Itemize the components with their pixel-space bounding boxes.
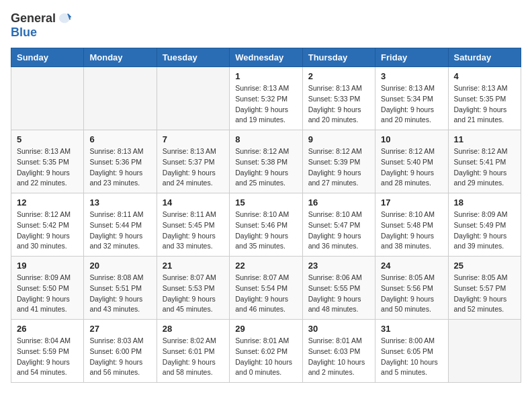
- calendar-day-cell: 2Sunrise: 8:13 AMSunset: 5:33 PMDaylight…: [302, 67, 375, 130]
- day-number: 1: [235, 71, 296, 81]
- calendar-day-cell: 18Sunrise: 8:09 AMSunset: 5:49 PMDayligh…: [448, 193, 521, 257]
- day-info: Sunrise: 8:13 AMSunset: 5:37 PMDaylight:…: [163, 146, 224, 189]
- calendar-week-row: 1Sunrise: 8:13 AMSunset: 5:32 PMDaylight…: [11, 67, 521, 130]
- day-number: 8: [235, 134, 296, 144]
- day-number: 11: [454, 134, 515, 144]
- page-header: General Blue: [11, 11, 521, 40]
- day-number: 12: [17, 197, 78, 208]
- day-number: 27: [89, 324, 150, 334]
- day-number: 13: [89, 197, 150, 208]
- day-number: 24: [381, 261, 442, 271]
- day-info: Sunrise: 8:01 AMSunset: 6:03 PMDaylight:…: [308, 336, 369, 378]
- calendar-day-cell: 23Sunrise: 8:06 AMSunset: 5:55 PMDayligh…: [302, 257, 375, 320]
- day-of-week-header: Monday: [84, 48, 157, 67]
- day-number: 19: [17, 261, 78, 271]
- day-info: Sunrise: 8:13 AMSunset: 5:33 PMDaylight:…: [308, 83, 369, 126]
- day-info: Sunrise: 8:11 AMSunset: 5:44 PMDaylight:…: [89, 210, 150, 252]
- day-info: Sunrise: 8:10 AMSunset: 5:48 PMDaylight:…: [381, 210, 442, 252]
- calendar-day-cell: 12Sunrise: 8:12 AMSunset: 5:42 PMDayligh…: [11, 193, 84, 257]
- calendar-day-cell: [84, 67, 157, 130]
- calendar-week-row: 5Sunrise: 8:13 AMSunset: 5:35 PMDaylight…: [11, 130, 521, 193]
- day-info: Sunrise: 8:10 AMSunset: 5:46 PMDaylight:…: [235, 210, 296, 252]
- logo-general-text: General: [11, 11, 56, 26]
- day-info: Sunrise: 8:10 AMSunset: 5:47 PMDaylight:…: [308, 210, 369, 252]
- calendar-day-cell: 27Sunrise: 8:03 AMSunset: 6:00 PMDayligh…: [84, 320, 157, 383]
- calendar-day-cell: 9Sunrise: 8:12 AMSunset: 5:39 PMDaylight…: [302, 130, 375, 193]
- day-number: 5: [17, 134, 78, 144]
- day-number: 14: [163, 197, 224, 208]
- logo: General Blue: [11, 11, 73, 40]
- day-number: 3: [381, 71, 442, 81]
- calendar-day-cell: 6Sunrise: 8:13 AMSunset: 5:36 PMDaylight…: [84, 130, 157, 193]
- day-info: Sunrise: 8:13 AMSunset: 5:32 PMDaylight:…: [235, 83, 296, 126]
- calendar-day-cell: 13Sunrise: 8:11 AMSunset: 5:44 PMDayligh…: [84, 193, 157, 257]
- day-number: 25: [454, 261, 515, 271]
- calendar-day-cell: [448, 320, 521, 383]
- day-info: Sunrise: 8:11 AMSunset: 5:45 PMDaylight:…: [163, 210, 224, 252]
- calendar-day-cell: 7Sunrise: 8:13 AMSunset: 5:37 PMDaylight…: [157, 130, 229, 193]
- day-info: Sunrise: 8:12 AMSunset: 5:39 PMDaylight:…: [308, 146, 369, 189]
- calendar-day-cell: 17Sunrise: 8:10 AMSunset: 5:48 PMDayligh…: [375, 193, 448, 257]
- day-info: Sunrise: 8:00 AMSunset: 6:05 PMDaylight:…: [381, 336, 442, 378]
- day-number: 29: [235, 324, 296, 334]
- day-number: 20: [89, 261, 150, 271]
- day-number: 30: [308, 324, 369, 334]
- calendar-day-cell: 30Sunrise: 8:01 AMSunset: 6:03 PMDayligh…: [302, 320, 375, 383]
- day-number: 15: [235, 197, 296, 208]
- day-of-week-header: Thursday: [302, 48, 375, 67]
- calendar-header-row: SundayMondayTuesdayWednesdayThursdayFrid…: [11, 48, 521, 67]
- calendar-day-cell: 16Sunrise: 8:10 AMSunset: 5:47 PMDayligh…: [302, 193, 375, 257]
- day-info: Sunrise: 8:06 AMSunset: 5:55 PMDaylight:…: [308, 273, 369, 315]
- day-info: Sunrise: 8:02 AMSunset: 6:01 PMDaylight:…: [163, 336, 224, 378]
- day-number: 17: [381, 197, 442, 208]
- calendar-day-cell: 8Sunrise: 8:12 AMSunset: 5:38 PMDaylight…: [230, 130, 302, 193]
- day-info: Sunrise: 8:13 AMSunset: 5:34 PMDaylight:…: [381, 83, 442, 126]
- logo-blue-text: Blue: [11, 26, 37, 40]
- calendar-week-row: 12Sunrise: 8:12 AMSunset: 5:42 PMDayligh…: [11, 193, 521, 257]
- calendar-day-cell: 10Sunrise: 8:12 AMSunset: 5:40 PMDayligh…: [375, 130, 448, 193]
- day-of-week-header: Tuesday: [157, 48, 229, 67]
- day-number: 28: [163, 324, 224, 334]
- day-info: Sunrise: 8:09 AMSunset: 5:50 PMDaylight:…: [17, 273, 78, 315]
- calendar-day-cell: 26Sunrise: 8:04 AMSunset: 5:59 PMDayligh…: [11, 320, 84, 383]
- day-number: 10: [381, 134, 442, 144]
- day-info: Sunrise: 8:05 AMSunset: 5:57 PMDaylight:…: [454, 273, 515, 315]
- day-info: Sunrise: 8:12 AMSunset: 5:42 PMDaylight:…: [17, 210, 78, 252]
- day-of-week-header: Sunday: [11, 48, 84, 67]
- day-info: Sunrise: 8:13 AMSunset: 5:36 PMDaylight:…: [89, 146, 150, 189]
- day-number: 22: [235, 261, 296, 271]
- day-info: Sunrise: 8:13 AMSunset: 5:35 PMDaylight:…: [454, 83, 515, 126]
- day-info: Sunrise: 8:07 AMSunset: 5:53 PMDaylight:…: [163, 273, 224, 315]
- logo-icon: [57, 11, 72, 26]
- calendar-day-cell: [157, 67, 229, 130]
- calendar-day-cell: 14Sunrise: 8:11 AMSunset: 5:45 PMDayligh…: [157, 193, 229, 257]
- calendar-day-cell: 25Sunrise: 8:05 AMSunset: 5:57 PMDayligh…: [448, 257, 521, 320]
- calendar-day-cell: 31Sunrise: 8:00 AMSunset: 6:05 PMDayligh…: [375, 320, 448, 383]
- day-number: 18: [454, 197, 515, 208]
- day-of-week-header: Wednesday: [230, 48, 302, 67]
- calendar-day-cell: [11, 67, 84, 130]
- calendar-day-cell: 22Sunrise: 8:07 AMSunset: 5:54 PMDayligh…: [230, 257, 302, 320]
- day-info: Sunrise: 8:13 AMSunset: 5:35 PMDaylight:…: [17, 146, 78, 189]
- calendar-day-cell: 11Sunrise: 8:12 AMSunset: 5:41 PMDayligh…: [448, 130, 521, 193]
- day-number: 7: [163, 134, 224, 144]
- day-info: Sunrise: 8:12 AMSunset: 5:41 PMDaylight:…: [454, 146, 515, 189]
- day-info: Sunrise: 8:09 AMSunset: 5:49 PMDaylight:…: [454, 210, 515, 252]
- calendar-day-cell: 3Sunrise: 8:13 AMSunset: 5:34 PMDaylight…: [375, 67, 448, 130]
- day-info: Sunrise: 8:03 AMSunset: 6:00 PMDaylight:…: [89, 336, 150, 378]
- day-number: 2: [308, 71, 369, 81]
- day-info: Sunrise: 8:07 AMSunset: 5:54 PMDaylight:…: [235, 273, 296, 315]
- calendar-day-cell: 15Sunrise: 8:10 AMSunset: 5:46 PMDayligh…: [230, 193, 302, 257]
- calendar-day-cell: 1Sunrise: 8:13 AMSunset: 5:32 PMDaylight…: [230, 67, 302, 130]
- calendar-day-cell: 19Sunrise: 8:09 AMSunset: 5:50 PMDayligh…: [11, 257, 84, 320]
- calendar-table: SundayMondayTuesdayWednesdayThursdayFrid…: [11, 48, 521, 383]
- logo-text: General: [11, 11, 73, 26]
- day-number: 23: [308, 261, 369, 271]
- day-of-week-header: Friday: [375, 48, 448, 67]
- day-of-week-header: Saturday: [448, 48, 521, 67]
- calendar-week-row: 19Sunrise: 8:09 AMSunset: 5:50 PMDayligh…: [11, 257, 521, 320]
- day-number: 9: [308, 134, 369, 144]
- day-number: 6: [89, 134, 150, 144]
- day-number: 21: [163, 261, 224, 271]
- calendar-day-cell: 21Sunrise: 8:07 AMSunset: 5:53 PMDayligh…: [157, 257, 229, 320]
